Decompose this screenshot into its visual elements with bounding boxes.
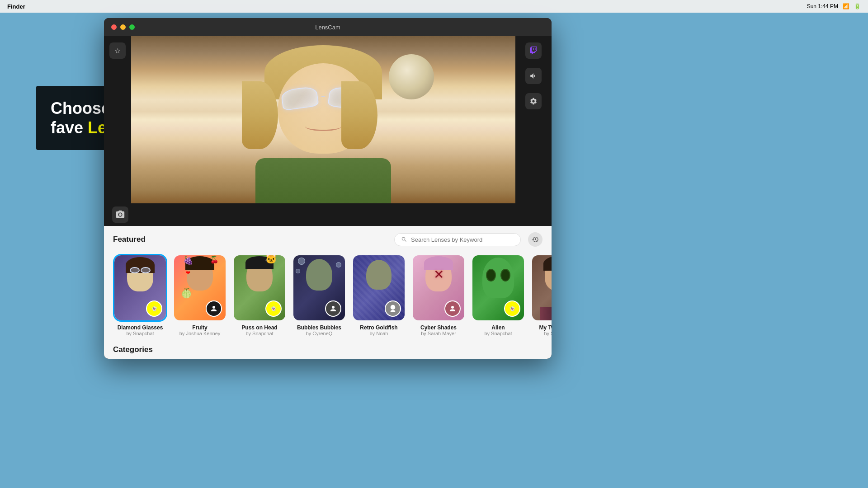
star-button[interactable]: ☆	[109, 42, 126, 59]
menubar-right: Sun 1:44 PM 📶 🔋	[807, 3, 861, 9]
twitch-button[interactable]	[525, 42, 542, 59]
fruit-melon: 🍈	[181, 288, 192, 299]
lens-thumb-mysister: 👻	[532, 255, 552, 320]
bubble1	[298, 258, 305, 265]
search-input[interactable]	[411, 236, 514, 243]
smile	[305, 122, 341, 131]
bubbles-avatar-icon	[329, 305, 337, 313]
lens-thumb-alien: 👻	[472, 255, 524, 320]
lens-thumb-wrap-retro	[352, 254, 406, 322]
camera-capture-button[interactable]	[112, 206, 128, 223]
lens-card-bubbles[interactable]: Bubbles Bubbles by CyreneQ	[292, 254, 346, 336]
lenses-grid: 👻 Diamond Glasses by Snapchat 🍇 🍒	[104, 251, 552, 343]
alien-eye-right	[500, 269, 510, 282]
bubbles-creator-avatar	[325, 300, 341, 317]
diamond-lens-name: Diamond Glasses	[118, 324, 163, 331]
alien-eye-left	[486, 269, 496, 282]
lens-thumb-wrap-puss: 🐱 👻	[232, 254, 287, 322]
history-icon	[532, 236, 539, 243]
settings-button[interactable]	[525, 93, 542, 109]
titlebar: LensCam	[104, 18, 552, 36]
puss-lens-author: by Snapchat	[245, 331, 273, 336]
mysister-lens-author: by Snapchat	[544, 331, 552, 336]
lens-card-diamond-glasses[interactable]: 👻 Diamond Glasses by Snapchat	[113, 254, 167, 336]
wifi-icon: 📶	[843, 3, 849, 9]
fruity-avatar-icon	[210, 305, 218, 313]
menubar-left: Finder	[7, 3, 25, 10]
lens-card-fruity[interactable]: 🍇 🍒 🍈 ❤ Fruity by Joshua Kenney	[173, 254, 227, 336]
diamond-lens-author: by Snapchat	[126, 331, 154, 336]
heart-cheek: ❤	[186, 270, 191, 275]
bubbles-lens-name: Bubbles Bubbles	[297, 324, 341, 331]
retro-lens-name: Retro Goldfish	[360, 324, 397, 331]
featured-title: Featured	[113, 235, 146, 244]
volume-icon	[529, 72, 538, 80]
cyber-lens-name: Cyber Shades	[420, 324, 457, 331]
titlebar-controls	[111, 24, 135, 30]
person-area	[210, 36, 436, 203]
close-button[interactable]	[111, 24, 117, 30]
volume-button[interactable]	[525, 68, 542, 84]
lens-card-cyber-shades[interactable]: ✕ Cyber Shades by Sarah Mayer	[411, 254, 466, 336]
fruity-lens-author: by Joshua Kenney	[179, 331, 221, 336]
hair-right	[341, 81, 377, 149]
diamond-glasses-small	[130, 267, 151, 273]
categories-header: Categories	[104, 343, 552, 359]
cyber-avatar-icon	[448, 305, 457, 313]
retro-face	[366, 260, 392, 290]
sg-right	[141, 267, 151, 273]
minimize-button[interactable]	[120, 24, 126, 30]
menubar-time: Sun 1:44 PM	[807, 3, 838, 9]
lens-thumb-puss: 🐱 👻	[234, 255, 285, 320]
left-panel: ☆	[104, 36, 131, 203]
puss-lens-name: Puss on Head	[241, 324, 277, 331]
retro-creator-avatar	[385, 300, 401, 317]
camera-area: ☆	[104, 36, 552, 203]
svg-point-2	[451, 306, 454, 309]
lens-thumb-wrap-mysister: 👻	[531, 254, 552, 322]
lens-card-retro-goldfish[interactable]: Retro Goldfish by Noah	[352, 254, 406, 336]
featured-header: Featured	[104, 226, 552, 251]
menubar: Finder Sun 1:44 PM 📶 🔋	[0, 0, 868, 13]
bubble2	[336, 262, 341, 267]
svg-point-0	[212, 306, 215, 309]
puss-creator-avatar: 👻	[265, 300, 282, 317]
star-icon: ☆	[114, 47, 121, 55]
lens-card-puss-on-head[interactable]: 🐱 👻 Puss on Head by Snapchat	[232, 254, 287, 336]
camera-icon	[115, 210, 125, 220]
menubar-app-title: Finder	[7, 3, 25, 10]
lens-card-alien[interactable]: 👻 Alien by Snapchat	[471, 254, 525, 336]
battery-icon: 🔋	[854, 3, 861, 9]
featured-section: Featured	[104, 226, 552, 359]
twitch-icon	[529, 47, 538, 55]
history-button[interactable]	[528, 232, 542, 247]
search-bar[interactable]	[394, 233, 521, 246]
lens-thumb-wrap-diamond: 👻	[113, 254, 167, 322]
bubble3	[296, 269, 300, 273]
cyber-creator-avatar	[444, 300, 461, 317]
lens-card-my-twin-sister[interactable]: 👻 My Twin Sister by Snapchat	[531, 254, 552, 336]
alien-head	[482, 258, 514, 298]
lens-thumb-wrap-alien: 👻	[471, 254, 525, 322]
retro-lens-author: by Noah	[370, 331, 388, 336]
maximize-button[interactable]	[129, 24, 135, 30]
window-title: LensCam	[315, 24, 340, 31]
bubbles-lens-author: by CyreneQ	[306, 331, 333, 336]
app-window: LensCam ☆	[104, 18, 552, 359]
camera-feed	[131, 36, 515, 203]
cyber-glasses: ✕	[427, 268, 450, 282]
fruit-cherry: 🍒	[210, 255, 219, 264]
lens-thumb-fruity: 🍇 🍒 🍈 ❤	[174, 255, 226, 320]
fruity-creator-avatar	[206, 300, 222, 317]
lens-thumb-wrap-bubbles	[292, 254, 346, 322]
promo-plain: fave	[51, 118, 88, 137]
cyber-lens-author: by Sarah Mayer	[421, 331, 456, 336]
body	[255, 158, 391, 203]
lens-thumb-wrap-cyber: ✕	[411, 254, 466, 322]
retro-avatar-icon	[389, 305, 397, 313]
fruit-grape: 🍇	[183, 255, 193, 265]
search-icon	[401, 236, 407, 243]
svg-point-1	[332, 306, 335, 309]
x-symbol: ✕	[434, 268, 444, 281]
diamond-creator-avatar: 👻	[146, 300, 162, 317]
